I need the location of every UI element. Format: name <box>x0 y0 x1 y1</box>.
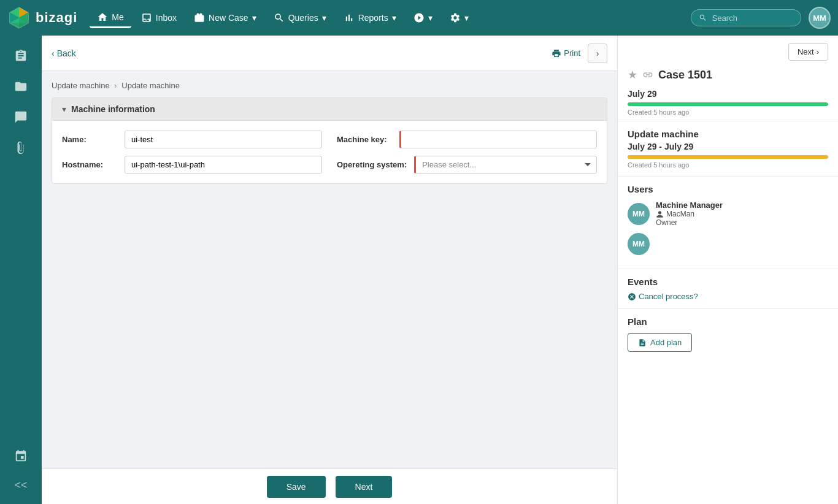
tasks-icon <box>14 49 28 63</box>
print-icon <box>552 48 561 58</box>
back-label: Back <box>57 48 76 58</box>
add-plan-icon <box>638 338 647 347</box>
task-progress-fill <box>628 155 828 159</box>
sidebar-item-tasks[interactable] <box>8 43 34 69</box>
nav-item-reports[interactable]: Reports ▾ <box>336 9 404 27</box>
activity-icon <box>413 12 425 23</box>
user-name: Machine Manager <box>656 200 723 210</box>
logo[interactable]: bizagi <box>7 6 77 29</box>
nav-item-new-case[interactable]: New Case ▾ <box>186 9 264 27</box>
new-case-arrow: ▾ <box>252 13 256 23</box>
add-plan-button[interactable]: Add plan <box>628 333 692 352</box>
hostname-label: Hostname: <box>62 160 117 169</box>
task-section: Update machine July 29 - July 29 Created… <box>618 121 838 177</box>
top-next-button[interactable]: Next › <box>788 43 828 61</box>
top-navigation: bizagi Me Inbox New Case ▾ Queries ▾ Rep… <box>0 0 838 36</box>
section-collapse-icon[interactable]: ▾ <box>62 104 66 114</box>
case-progress-fill <box>628 102 828 106</box>
search-input[interactable] <box>712 13 793 23</box>
process-icon <box>14 449 28 463</box>
logo-icon <box>7 6 31 29</box>
form-area: Update machine › Update machine ▾ Machin… <box>42 71 617 468</box>
reports-arrow: ▾ <box>392 13 396 23</box>
sidebar-item-chat[interactable] <box>8 104 34 130</box>
nav-item-inbox[interactable]: Inbox <box>134 9 184 27</box>
form-row-hostname: Hostname: <box>62 156 322 174</box>
top-next-label: Next <box>798 47 814 56</box>
hostname-input[interactable] <box>125 156 322 174</box>
task-title: Update machine <box>628 129 828 139</box>
nav-item-settings[interactable]: ▾ <box>442 9 476 27</box>
cancel-process-label: Cancel process? <box>639 292 698 301</box>
nav-item-activity[interactable]: ▾ <box>406 9 440 27</box>
star-icon[interactable]: ★ <box>628 68 637 82</box>
form-row-name: Name: <box>62 131 322 148</box>
inbox-icon <box>141 12 152 23</box>
form-grid: Name: Machine key: Hostname: <box>62 131 597 174</box>
content-header: ‹ Back Print › <box>42 36 617 71</box>
search-box[interactable] <box>691 9 801 26</box>
nav-item-queries[interactable]: Queries ▾ <box>266 9 334 27</box>
user-avatar-button[interactable]: MM <box>809 7 831 29</box>
queries-arrow: ▾ <box>322 13 326 23</box>
reports-icon <box>344 12 355 23</box>
task-progress-bar <box>628 155 828 159</box>
print-label: Print <box>564 48 580 58</box>
new-case-icon <box>194 12 205 23</box>
machine-key-input[interactable] <box>399 131 597 148</box>
machine-key-label: Machine key: <box>337 135 392 144</box>
os-select[interactable]: Please select... <box>414 156 597 174</box>
form-footer: Save Next <box>42 468 617 504</box>
name-input[interactable] <box>125 131 322 148</box>
logo-text: bizagi <box>36 10 77 26</box>
plan-section: Plan Add plan <box>618 309 838 359</box>
navigate-right-button[interactable]: › <box>588 44 607 63</box>
back-chevron: ‹ <box>52 48 55 58</box>
case-title-row: ★ Case 1501 <box>628 68 828 82</box>
section-body: Name: Machine key: Hostname: <box>52 121 607 183</box>
nav-item-me[interactable]: Me <box>90 8 131 28</box>
left-sidebar: << <box>0 36 42 504</box>
events-section: Events Cancel process? <box>618 269 838 309</box>
form-row-machine-key: Machine key: <box>337 131 597 148</box>
right-arrow-icon: › <box>596 48 599 58</box>
chat-icon <box>14 110 28 124</box>
sidebar-expand-button[interactable]: << <box>9 474 32 497</box>
right-panel: Next › ★ Case 1501 July 29 Created 5 hou… <box>617 36 838 504</box>
nav-reports-label: Reports <box>358 13 388 23</box>
sidebar-item-process[interactable] <box>8 443 34 469</box>
task-dates: July 29 - July 29 <box>628 142 828 151</box>
header-actions: Print › <box>552 44 607 63</box>
form-row-os: Opereting system: Please select... <box>337 156 597 174</box>
user-sub: MacMan <box>656 210 723 218</box>
breadcrumb: Update machine › Update machine <box>52 81 607 90</box>
cancel-process-link[interactable]: Cancel process? <box>628 292 828 301</box>
sidebar-item-attachment[interactable] <box>8 135 34 161</box>
activity-arrow: ▾ <box>428 13 432 23</box>
plan-title: Plan <box>628 316 828 327</box>
user-info: Machine Manager MacMan Owner <box>656 200 723 227</box>
main-content: ‹ Back Print › Update machine › U <box>42 36 617 504</box>
user-subname: MacMan <box>666 210 694 218</box>
right-panel-top: Next › <box>618 36 838 61</box>
user-row: MM Machine Manager MacMan Owner <box>628 200 828 227</box>
settings-arrow: ▾ <box>464 13 469 23</box>
top-next-chevron: › <box>817 47 819 56</box>
nav-new-case-label: New Case <box>209 13 248 23</box>
events-title: Events <box>628 277 828 287</box>
next-button[interactable]: Next <box>336 476 393 498</box>
nav-me-label: Me <box>112 12 123 22</box>
os-label: Opereting system: <box>337 160 407 169</box>
breadcrumb-separator: › <box>114 81 117 90</box>
sidebar-item-folder[interactable] <box>8 74 34 99</box>
user-role: Owner <box>656 218 723 227</box>
nav-queries-label: Queries <box>288 13 318 23</box>
queries-icon <box>274 12 285 23</box>
print-button[interactable]: Print <box>552 48 580 58</box>
user-icon <box>656 210 664 218</box>
back-button[interactable]: ‹ Back <box>52 48 76 58</box>
name-label: Name: <box>62 135 117 144</box>
case-progress-bar <box>628 102 828 106</box>
machine-info-section: ▾ Machine information Name: Machine key: <box>52 97 607 184</box>
save-button[interactable]: Save <box>267 476 326 498</box>
